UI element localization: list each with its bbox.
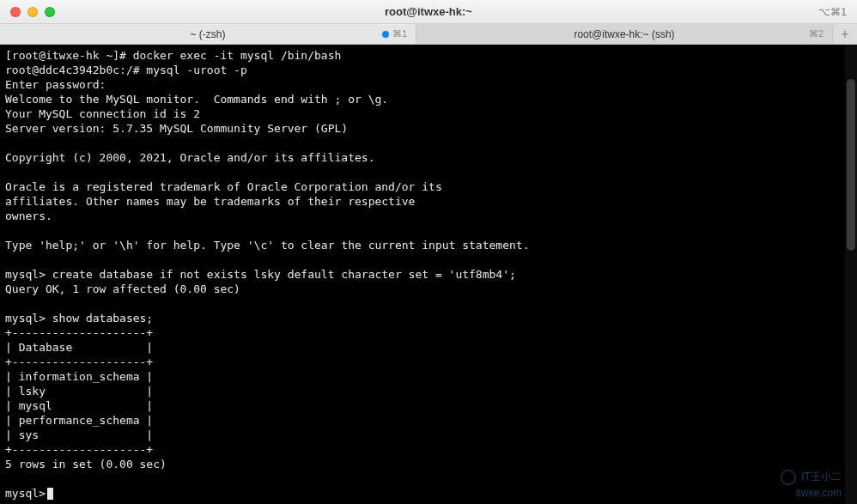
scroll-thumb[interactable] (847, 79, 855, 251)
window-title: root@itwxe-hk:~ (385, 5, 472, 18)
tab-bar: ~ (-zsh) ⌘1 root@itwxe-hk:~ (ssh) ⌘2 + (0, 24, 857, 45)
window-shortcut: ⌥⌘1 (818, 6, 847, 18)
tab-shortcut: ⌘2 (809, 28, 824, 39)
tab-label: ~ (-zsh) (190, 28, 225, 40)
tab-label: root@itwxe-hk:~ (ssh) (574, 28, 674, 40)
terminal-output[interactable]: [root@itwxe-hk ~]# docker exec -it mysql… (0, 45, 857, 504)
tab-zsh[interactable]: ~ (-zsh) ⌘1 (0, 24, 416, 44)
traffic-lights (0, 7, 55, 17)
window-titlebar: root@itwxe-hk:~ ⌥⌘1 (0, 0, 857, 24)
add-tab-button[interactable]: + (833, 24, 857, 44)
activity-dot-icon (382, 31, 389, 38)
tab-shortcut: ⌘1 (382, 28, 407, 39)
close-button[interactable] (10, 7, 21, 17)
tab-ssh[interactable]: root@itwxe-hk:~ (ssh) ⌘2 (416, 24, 833, 44)
minimize-button[interactable] (27, 7, 38, 17)
terminal-text: [root@itwxe-hk ~]# docker exec -it mysql… (5, 49, 529, 500)
cursor-icon (47, 488, 53, 500)
scrollbar[interactable] (845, 45, 857, 504)
maximize-button[interactable] (45, 7, 55, 17)
